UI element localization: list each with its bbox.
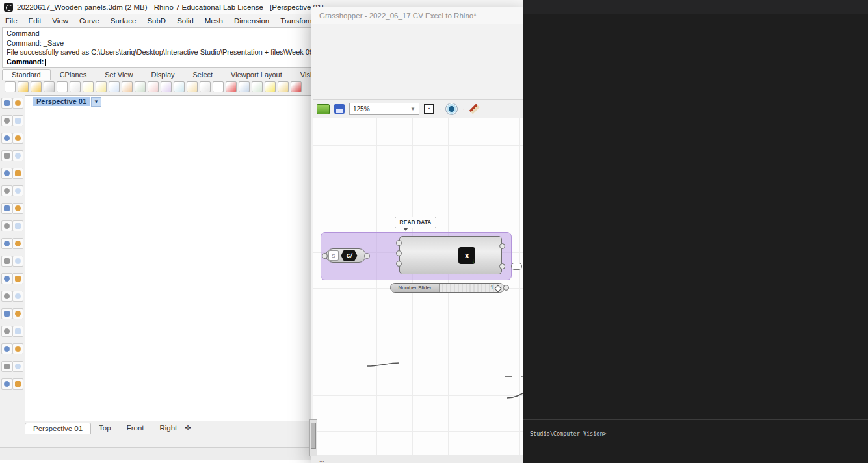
tool-icon[interactable] — [12, 326, 23, 337]
tool-icon[interactable] — [12, 203, 23, 214]
save-icon[interactable] — [31, 81, 42, 92]
menu-view[interactable]: View — [52, 17, 68, 25]
code-editor[interactable] — [523, 24, 868, 419]
zoom-extents-icon[interactable] — [174, 81, 185, 92]
tool-icon[interactable] — [1, 115, 12, 126]
viewport-layout-icon[interactable] — [213, 81, 224, 92]
sketch-pencil-icon[interactable] — [469, 104, 480, 114]
input-nub[interactable] — [396, 240, 402, 246]
wireframe-view-icon[interactable] — [252, 81, 263, 92]
tool-icon[interactable] — [1, 273, 12, 284]
save-file-icon[interactable] — [334, 104, 345, 114]
toolbar-tab-cplanes[interactable]: CPlanes — [51, 70, 96, 80]
viewport-menu-arrow-icon[interactable]: ▼ — [91, 97, 101, 107]
viewport-tab-top[interactable]: Top — [91, 423, 119, 433]
group-label-balloon[interactable]: READ DATA — [395, 217, 436, 228]
zoom-window-icon[interactable] — [161, 81, 172, 92]
paste-icon[interactable] — [96, 81, 107, 92]
tool-icon[interactable] — [1, 168, 12, 179]
tool-icon[interactable] — [12, 343, 23, 354]
viewport-title-chip[interactable]: Perspective 01 ▼ — [33, 96, 101, 107]
tool-icon[interactable] — [1, 220, 12, 232]
tool-icon[interactable] — [12, 98, 23, 109]
menu-file[interactable]: File — [5, 17, 18, 25]
tool-icon[interactable] — [12, 256, 23, 267]
preview-eye-icon[interactable] — [445, 103, 458, 115]
tool-icon[interactable] — [1, 98, 12, 109]
menu-edit[interactable]: Edit — [29, 17, 42, 25]
delete-icon[interactable] — [70, 81, 81, 92]
output-nub[interactable] — [499, 263, 505, 269]
zoom-extents-icon[interactable] — [424, 104, 434, 114]
tool-icon[interactable] — [12, 308, 23, 319]
copy-icon[interactable] — [83, 81, 94, 92]
tool-icon[interactable] — [1, 203, 12, 214]
dropdown-dot-icon[interactable]: · — [462, 105, 464, 112]
tool-icon[interactable] — [12, 378, 23, 390]
tool-icon[interactable] — [1, 326, 12, 337]
open-folder-icon[interactable] — [18, 81, 29, 92]
toolbar-tab-select[interactable]: Select — [184, 70, 222, 80]
tool-icon[interactable] — [1, 256, 12, 267]
input-nub[interactable] — [396, 261, 402, 267]
tool-icon[interactable] — [12, 168, 23, 179]
viewport-tab-front[interactable]: Front — [119, 423, 152, 433]
tool-icon[interactable] — [12, 238, 23, 249]
tool-icon[interactable] — [1, 378, 12, 390]
scrollbar[interactable] — [309, 419, 317, 456]
slider-knob[interactable] — [494, 285, 501, 292]
menu-transform[interactable]: Transform — [280, 17, 314, 25]
menu-curve[interactable]: Curve — [79, 17, 99, 25]
output-nub[interactable] — [503, 285, 509, 291]
input-nub[interactable] — [322, 253, 328, 259]
pan-hand-icon[interactable] — [122, 81, 133, 92]
shade-view-icon[interactable] — [239, 81, 250, 92]
toolbar-tab-set-view[interactable]: Set View — [96, 70, 142, 80]
tool-icon[interactable] — [1, 185, 12, 196]
viewport-tab-right[interactable]: Right — [151, 423, 185, 433]
breadcrumb[interactable] — [523, 14, 868, 23]
dropdown-dot-icon[interactable]: · — [439, 105, 441, 112]
print-icon[interactable] — [44, 81, 55, 92]
tool-icon[interactable] — [12, 273, 23, 284]
tool-icon[interactable] — [1, 133, 12, 144]
menu-subd[interactable]: SubD — [147, 17, 166, 25]
number-slider[interactable]: Number Slider 1 — [390, 283, 505, 293]
tool-icon[interactable] — [1, 361, 12, 372]
output-nub[interactable] — [499, 243, 505, 249]
output-nub[interactable] — [364, 253, 370, 259]
menu-mesh[interactable]: Mesh — [205, 17, 223, 25]
lock-icon[interactable] — [278, 81, 289, 92]
layer-state-icon[interactable] — [291, 81, 302, 92]
rotate-view-icon[interactable] — [226, 81, 237, 92]
light-icon[interactable] — [265, 81, 276, 92]
menu-solid[interactable]: Solid — [177, 17, 194, 25]
wire-relay[interactable] — [511, 263, 522, 270]
toolbar-tab-display[interactable]: Display — [142, 70, 183, 80]
tool-icon[interactable] — [1, 291, 12, 302]
tool-icon[interactable] — [12, 185, 23, 196]
new-file-icon[interactable] — [5, 81, 16, 92]
grasshopper-canvas[interactable]: READ DATA S C/ x↓ Number Slider 1 — [313, 118, 526, 455]
viewport-title[interactable]: Perspective 01 — [33, 97, 90, 106]
zoom-selected-icon[interactable] — [187, 81, 198, 92]
tool-icon[interactable] — [12, 220, 23, 232]
menu-dimension[interactable]: Dimension — [234, 17, 269, 25]
tool-icon[interactable] — [12, 133, 23, 144]
zoom-dynamic-icon[interactable] — [148, 81, 159, 92]
open-file-icon[interactable] — [317, 104, 330, 114]
zoom-level-dropdown[interactable]: 125%▼ — [349, 103, 419, 115]
move-icon[interactable] — [135, 81, 146, 92]
undo-icon[interactable] — [109, 81, 120, 92]
tool-icon[interactable] — [1, 343, 12, 354]
scrollbar-thumb[interactable] — [311, 423, 316, 449]
menu-surface[interactable]: Surface — [111, 17, 137, 25]
tool-icon[interactable] — [1, 150, 12, 161]
export-icon[interactable] — [57, 81, 68, 92]
input-nub[interactable] — [396, 250, 402, 256]
tool-icon[interactable] — [12, 291, 23, 302]
tool-icon[interactable] — [12, 150, 23, 161]
tool-icon[interactable] — [1, 238, 12, 249]
toolbar-tab-standard[interactable]: Standard — [2, 69, 51, 80]
path-component[interactable]: S C/ — [326, 248, 366, 263]
